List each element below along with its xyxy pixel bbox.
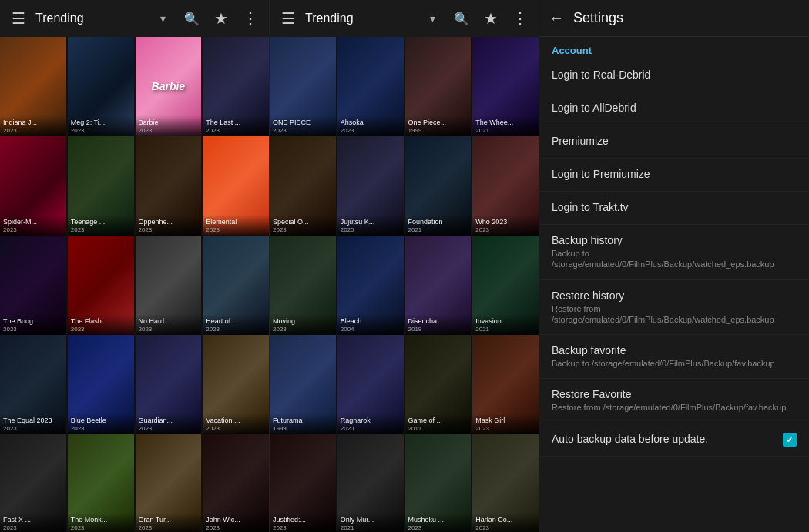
more-icon-mid[interactable] <box>508 6 532 31</box>
settings-item[interactable]: Login to AllDebrid <box>539 92 809 125</box>
list-item[interactable]: No Hard ... 2023 <box>136 236 202 335</box>
star-icon-mid[interactable] <box>478 6 503 31</box>
list-item[interactable]: Spider-M... 2023 <box>0 136 66 236</box>
list-item[interactable]: John Wic... 2023 <box>203 434 269 532</box>
left-toolbar: Trending <box>0 0 269 37</box>
settings-item[interactable]: Login to Trakt.tv <box>539 192 809 225</box>
search-icon-mid[interactable] <box>449 6 474 31</box>
list-item[interactable]: The Boog... 2023 <box>0 236 66 335</box>
middle-toolbar-title: Trending <box>305 12 415 25</box>
settings-header: ← Settings <box>539 0 809 37</box>
account-section-header: Account <box>539 37 809 59</box>
list-item[interactable]: Jujutsu K... 2020 <box>337 136 404 236</box>
hamburger-icon[interactable] <box>6 6 31 31</box>
list-item[interactable]: Mushoku ... 2023 <box>405 434 472 532</box>
list-item[interactable]: Ahsoka 2023 <box>337 37 404 136</box>
hamburger-icon-mid[interactable] <box>276 6 300 31</box>
list-item[interactable]: Who 2023 2023 <box>472 136 539 236</box>
left-panel: Trending Indiana J... 2023 Meg 2: Ti... … <box>0 0 270 532</box>
list-item[interactable]: Fast X ... 2023 <box>0 434 66 532</box>
settings-item[interactable]: Restore history Restore from /storage/em… <box>539 280 809 336</box>
back-button[interactable]: ← <box>549 9 564 27</box>
list-item[interactable]: Mask Girl 2023 <box>472 335 539 434</box>
settings-item[interactable]: Backup history Backup to /storage/emulat… <box>539 225 809 280</box>
list-item[interactable]: Barbie Barbie 2023 <box>136 37 202 136</box>
list-item[interactable]: Invasion 2021 <box>472 236 539 335</box>
list-item[interactable]: Harlan Co... 2023 <box>472 434 539 532</box>
list-item[interactable]: Teenage ... 2023 <box>68 136 134 236</box>
list-item[interactable]: Foundation 2021 <box>405 136 472 236</box>
list-item[interactable]: Only Mur... 2021 <box>337 434 404 532</box>
dropdown-icon-mid[interactable] <box>420 6 445 31</box>
more-icon[interactable] <box>238 6 263 31</box>
search-icon[interactable] <box>180 6 204 31</box>
list-item[interactable]: Futurama 1999 <box>270 335 336 434</box>
list-item[interactable]: Justified:... 2023 <box>270 434 336 532</box>
list-item[interactable]: Game of ... 2011 <box>405 335 472 434</box>
settings-item[interactable]: Login to Real-Debrid <box>539 59 809 92</box>
dropdown-icon[interactable] <box>150 6 175 31</box>
list-item[interactable]: The Monk... 2023 <box>68 434 134 532</box>
middle-panel: Trending ONE PIECE 2023 Ahsoka 2023 One … <box>270 0 539 532</box>
settings-title: Settings <box>573 10 623 26</box>
list-item[interactable]: The Flash 2023 <box>68 236 134 335</box>
middle-grid: ONE PIECE 2023 Ahsoka 2023 One Piece... … <box>270 37 539 532</box>
list-item[interactable]: Blue Beetle 2023 <box>68 335 134 434</box>
left-grid: Indiana J... 2023 Meg 2: Ti... 2023 Barb… <box>0 37 269 532</box>
settings-items-list: Login to Real-Debrid Login to AllDebrid … <box>539 59 809 457</box>
settings-item[interactable]: Login to Premiumize <box>539 159 809 192</box>
list-item[interactable]: Meg 2: Ti... 2023 <box>68 37 134 136</box>
list-item[interactable]: Bleach 2004 <box>337 236 404 335</box>
list-item[interactable]: Vacation ... 2023 <box>203 335 269 434</box>
left-toolbar-title: Trending <box>35 12 146 25</box>
settings-panel: ← Settings Account Login to Real-Debrid … <box>539 0 809 532</box>
list-item[interactable]: Elemental 2023 <box>203 136 269 236</box>
list-item[interactable]: Indiana J... 2023 <box>0 37 66 136</box>
settings-item[interactable]: Restore Favorite Restore from /storage/e… <box>539 379 809 423</box>
list-item[interactable]: Oppenhe... 2023 <box>136 136 202 236</box>
list-item[interactable]: Disencha... 2018 <box>405 236 472 335</box>
star-icon[interactable] <box>209 6 233 31</box>
auto-backup-checkbox[interactable] <box>783 433 797 447</box>
list-item[interactable]: Guardian... 2023 <box>136 335 202 434</box>
list-item[interactable]: ONE PIECE 2023 <box>270 37 336 136</box>
settings-item[interactable]: Premiumize <box>539 125 809 159</box>
middle-toolbar: Trending <box>270 0 539 37</box>
list-item[interactable]: One Piece... 1999 <box>405 37 472 136</box>
list-item[interactable]: The Whee... 2021 <box>472 37 539 136</box>
list-item[interactable]: Moving 2023 <box>270 236 336 335</box>
list-item[interactable]: The Equal 2023 2023 <box>0 335 66 434</box>
list-item[interactable]: Ragnarok 2020 <box>337 335 404 434</box>
list-item[interactable]: The Last ... 2023 <box>203 37 269 136</box>
list-item[interactable]: Gran Tur... 2023 <box>136 434 202 532</box>
settings-item[interactable]: Auto backup data before update. <box>539 423 809 457</box>
settings-item[interactable]: Backup favorite Backup to /storage/emula… <box>539 335 809 379</box>
list-item[interactable]: Heart of ... 2023 <box>203 236 269 335</box>
list-item[interactable]: Special O... 2023 <box>270 136 336 236</box>
